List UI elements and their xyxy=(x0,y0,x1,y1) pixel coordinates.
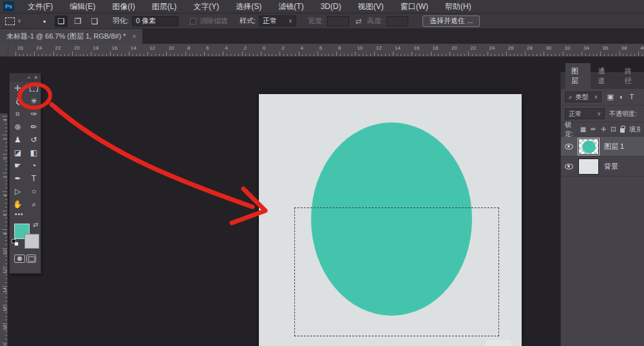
filter-type-select[interactable]: ⌕ 类型 ∨ xyxy=(565,91,601,102)
ruler-tick xyxy=(389,54,390,56)
ruler-tick xyxy=(306,54,307,56)
menu-item-y[interactable]: 文字(Y) xyxy=(185,0,227,14)
menu-item-i[interactable]: 图像(I) xyxy=(104,0,143,14)
layer-row[interactable]: 图层 1 xyxy=(561,137,644,157)
brush-tool-icon[interactable]: ✏ xyxy=(26,120,42,133)
panel-tabs: 图层通道路径 xyxy=(561,72,644,89)
ruler-tick xyxy=(589,54,590,56)
menu-item-w[interactable]: 窗口(W) xyxy=(392,0,437,14)
dodge-tool-icon[interactable]: ◔ xyxy=(26,159,42,172)
ruler-tick xyxy=(5,256,7,256)
path-selection-tool-icon[interactable]: ▷ xyxy=(10,185,26,198)
filter-pixel-layers-icon[interactable]: ▣ xyxy=(607,93,613,101)
ruler-tick xyxy=(5,327,7,328)
document-title: 未标题-1 @ 66.7% (图层 1, RGB/8#) * xyxy=(6,32,126,41)
eyedropper-tool-icon[interactable]: ✑ xyxy=(26,108,42,120)
ruler-tick xyxy=(166,52,167,56)
feather-input[interactable] xyxy=(132,16,178,26)
ruler-tick xyxy=(544,52,544,56)
menu-item-v[interactable]: 视图(V) xyxy=(350,0,392,14)
ruler-tick xyxy=(5,177,7,177)
panel-tab-图层[interactable]: 图层 xyxy=(565,63,591,89)
lock-artboard-icon[interactable]: ⊡ xyxy=(611,126,616,133)
lock-all-icon[interactable] xyxy=(620,128,625,133)
layer-thumbnail[interactable] xyxy=(578,139,599,155)
ruler-tick xyxy=(517,54,518,56)
layer-thumbnail[interactable] xyxy=(578,159,599,175)
menu-item-h[interactable]: 帮助(H) xyxy=(437,0,480,14)
lasso-tool-icon[interactable]: ζ xyxy=(10,95,26,108)
ruler-tick xyxy=(5,150,7,151)
add-to-selection-icon[interactable]: ❏ xyxy=(55,15,68,27)
swap-colors-icon[interactable]: ⇄ xyxy=(33,221,38,228)
menu-item-dd[interactable]: 3D(D) xyxy=(312,0,350,14)
menu-item-l[interactable]: 图层(L) xyxy=(144,0,185,14)
ellipse-shape-tool-icon[interactable]: ○ xyxy=(26,185,42,198)
quick-selection-tool-icon[interactable]: ✳ xyxy=(26,95,42,108)
ruler-tick xyxy=(5,218,7,218)
more-tools-icon[interactable]: ••• xyxy=(10,211,41,220)
panel-tab-通道[interactable]: 通道 xyxy=(592,63,617,89)
document-tab[interactable]: 未标题-1 @ 66.7% (图层 1, RGB/8#) * × xyxy=(0,29,142,44)
marquee-selection[interactable] xyxy=(294,207,499,336)
lock-transparent-pixels-icon[interactable]: ▦ xyxy=(580,126,586,133)
default-colors-icon[interactable] xyxy=(12,239,19,246)
menu-item-f[interactable]: 文件(F) xyxy=(19,0,61,14)
ruler-tick xyxy=(5,339,7,340)
intersect-selection-icon[interactable]: ❑ xyxy=(88,15,101,27)
visibility-eye-icon[interactable] xyxy=(565,144,573,149)
width-input[interactable] xyxy=(327,16,349,26)
healing-brush-tool-icon[interactable]: ⊛ xyxy=(10,120,26,133)
antialias-checkbox[interactable] xyxy=(190,18,196,24)
screen-mode-icon[interactable] xyxy=(26,255,36,263)
panel-tab-路径[interactable]: 路径 xyxy=(619,63,644,89)
ruler-number: 8 xyxy=(338,45,341,51)
ruler-tick xyxy=(5,237,7,238)
ruler-tick xyxy=(113,54,114,56)
close-panel-icon[interactable]: ✕ xyxy=(33,75,38,81)
history-brush-tool-icon[interactable]: ↺ xyxy=(26,133,42,146)
ruler-tick xyxy=(567,54,567,56)
background-color-swatch[interactable] xyxy=(24,234,39,249)
visibility-eye-icon[interactable] xyxy=(565,164,573,169)
select-and-mask-button[interactable]: 选择并遮住 ... xyxy=(422,15,480,27)
swap-width-height-icon[interactable]: ⇄ xyxy=(355,17,362,26)
menu-item-s[interactable]: 选择(S) xyxy=(227,0,270,14)
ruler-tick xyxy=(359,54,359,56)
blend-mode-select[interactable]: 正常 ∨ xyxy=(565,108,605,119)
zoom-tool-icon[interactable]: ⌕ xyxy=(26,198,42,211)
move-tool-icon[interactable]: ✛ xyxy=(10,82,26,95)
clone-stamp-tool-icon[interactable]: ♟ xyxy=(10,133,26,146)
crop-tool-icon[interactable]: ⌗ xyxy=(10,108,26,120)
subtract-from-selection-icon[interactable]: ❐ xyxy=(71,15,84,27)
pen-tool-icon[interactable]: ✒ xyxy=(10,172,26,185)
height-input[interactable] xyxy=(386,16,408,26)
filter-adjustment-layers-icon[interactable]: ◐ xyxy=(620,93,624,101)
lock-image-pixels-icon[interactable]: ✏ xyxy=(591,126,596,133)
style-select[interactable]: 正常 ∨ xyxy=(259,15,296,26)
gradient-tool-icon[interactable]: ◧ xyxy=(26,146,42,159)
layer-row[interactable]: 背景 xyxy=(561,157,644,177)
eraser-tool-icon[interactable]: ◪ xyxy=(10,146,26,159)
hand-tool-icon[interactable]: ✋ xyxy=(10,198,26,211)
quick-mask-icon[interactable] xyxy=(14,255,25,263)
filter-type-layers-icon[interactable]: T xyxy=(630,93,634,101)
collapse-panel-icon[interactable]: « xyxy=(28,75,30,81)
rectangular-marquee-tool-icon[interactable] xyxy=(26,82,42,95)
close-icon[interactable]: × xyxy=(132,33,136,40)
menu-item-e[interactable]: 编辑(E) xyxy=(61,0,104,14)
ruler-tick xyxy=(453,54,454,56)
new-selection-icon[interactable]: ▪ xyxy=(38,15,51,27)
canvas-bottom-widget xyxy=(486,340,511,346)
canvas[interactable] xyxy=(259,94,522,346)
marquee-tool-preset-icon xyxy=(5,17,15,25)
lock-position-icon[interactable]: ✛ xyxy=(601,126,606,133)
menu-item-t[interactable]: 滤镜(T) xyxy=(270,0,312,14)
ruler-tick xyxy=(196,54,197,56)
smudge-tool-icon[interactable]: ☛ xyxy=(10,159,26,172)
tool-preset-picker[interactable]: ∨ xyxy=(5,17,21,25)
ruler-number: 16 xyxy=(112,45,118,51)
type-tool-icon[interactable]: T xyxy=(26,172,42,185)
ruler-tick xyxy=(5,274,7,275)
chevron-down-icon: ∨ xyxy=(17,18,21,24)
